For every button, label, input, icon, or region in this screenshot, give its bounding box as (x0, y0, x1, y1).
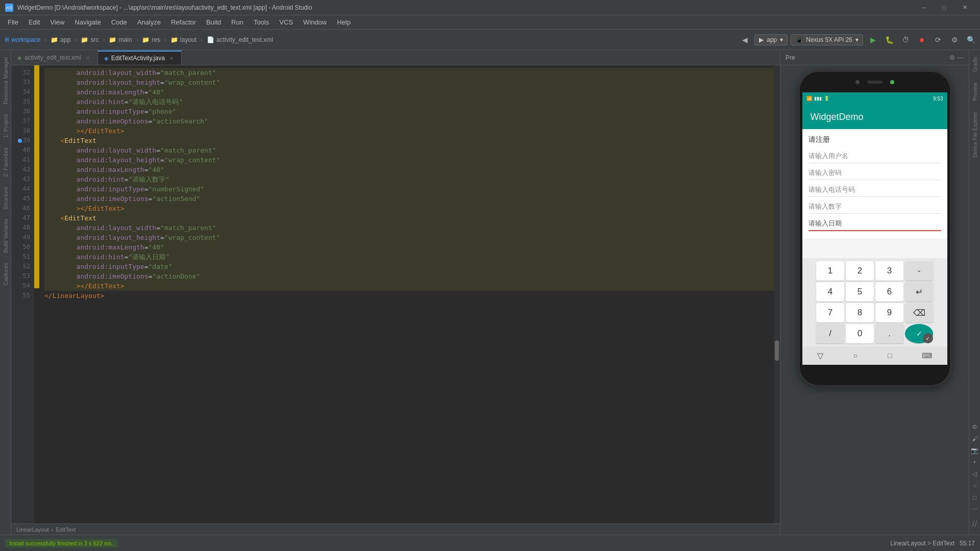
sidebar-item-structure[interactable]: Structure (2, 183, 10, 214)
right-camera-icon[interactable]: 📷 (970, 446, 979, 455)
nav-keyboard[interactable]: ⌨ (922, 352, 932, 360)
code-line-52: android:inputType="date" (44, 262, 774, 271)
main-label: main (118, 36, 132, 43)
menu-file[interactable]: File (3, 16, 23, 28)
phone-field-number[interactable]: 请输入数字 (808, 200, 941, 214)
profile-button[interactable]: ⏱ (899, 33, 912, 46)
close-button[interactable]: ✕ (954, 0, 975, 15)
key-slash[interactable]: / (816, 324, 844, 343)
key-4[interactable]: 4 (816, 282, 844, 302)
right-rect-icon[interactable]: □ (970, 493, 979, 502)
key-5[interactable]: 5 (846, 282, 874, 302)
right-settings-icon[interactable]: ⚙ (970, 422, 979, 432)
phone-app-title: WidgetDemo (811, 112, 864, 122)
preview-settings-icon[interactable]: ⚙ (949, 54, 955, 61)
phone-field-password[interactable]: 请输入密码 (808, 166, 941, 180)
nav-home[interactable]: ○ (853, 352, 857, 360)
key-2[interactable]: 2 (846, 261, 874, 281)
toolbar-right: ◀ ▶ app ▾ 📱 Nexus 5X API 26 ▾ ▶ 🐛 ⏱ ■ ⟳ … (738, 33, 977, 46)
breadcrumb-workspace[interactable]: ⊞ workspace (3, 35, 42, 44)
code-line-38: ></EditText> (44, 126, 774, 136)
right-circle-icon[interactable]: ○ (970, 481, 979, 490)
menu-run[interactable]: Run (226, 16, 249, 28)
minimize-button[interactable]: ─ (914, 0, 934, 15)
run-button[interactable]: ▶ (866, 33, 879, 46)
device-dropdown[interactable]: 📱 Nexus 5X API 26 ▾ (791, 34, 863, 45)
sidebar-item-device-file-explorer[interactable]: Device File Explorer (970, 108, 979, 161)
key-1[interactable]: 1 (816, 261, 844, 281)
keyboard-row-3: 7 8 9 ⌫ (805, 303, 944, 322)
breadcrumb-file[interactable]: 📄 activity_edit_text.xml (205, 35, 275, 44)
phone-field-username[interactable]: 请输入用户名 (808, 149, 941, 163)
key-3[interactable]: 3 (875, 261, 903, 281)
sidebar-item-preview[interactable]: Preview (970, 79, 979, 105)
key-0[interactable]: 0 (846, 324, 874, 343)
key-7[interactable]: 7 (816, 303, 844, 322)
breadcrumb-sep-1: › (44, 36, 46, 43)
key-6[interactable]: 6 (875, 282, 903, 302)
sync-button[interactable]: ⟳ (932, 33, 945, 46)
run-config-dropdown[interactable]: ▶ app ▾ (754, 34, 788, 45)
menu-tools[interactable]: Tools (249, 16, 274, 28)
stop-button[interactable]: ■ (915, 33, 928, 46)
breadcrumb-app[interactable]: 📁 app (48, 35, 72, 44)
right-paint-icon[interactable]: 🖌 (970, 434, 979, 443)
menu-vcs[interactable]: VCS (274, 16, 298, 28)
sidebar-item-resource-manager[interactable]: Resource Manager (2, 53, 10, 109)
sidebar-item-project[interactable]: 1: Project (2, 110, 10, 142)
right-more-icon[interactable]: ⋯ (970, 505, 979, 514)
tab-java[interactable]: ◈ EditTextActivity.java ✕ (98, 51, 182, 65)
menu-analyze[interactable]: Analyze (132, 16, 166, 28)
settings-button[interactable]: ⚙ (948, 33, 961, 46)
phone-field-phone[interactable]: 请输入电话号码 (808, 183, 941, 197)
breadcrumb-main[interactable]: 📁 main (107, 35, 134, 44)
menu-window[interactable]: Window (298, 16, 332, 28)
menu-code[interactable]: Code (106, 16, 132, 28)
java-tab-close[interactable]: ✕ (168, 55, 175, 62)
breadcrumb-layout[interactable]: 📁 layout (168, 35, 199, 44)
key-enter[interactable]: ↵ (905, 282, 933, 302)
menu-navigate[interactable]: Navigate (69, 16, 106, 28)
key-done[interactable]: ✓ ↙ (905, 324, 933, 343)
app-icon: AS (5, 4, 13, 12)
maximize-button[interactable]: □ (934, 0, 954, 15)
key-9[interactable]: 9 (875, 303, 903, 322)
code-content[interactable]: android:layout_width="match_parent" andr… (39, 65, 774, 523)
phone-keyboard: 1 2 3 - 4 5 6 ↵ (802, 258, 947, 346)
back-button[interactable]: ◀ (738, 33, 751, 46)
preview-collapse-icon[interactable]: — (958, 54, 964, 61)
key-8[interactable]: 8 (846, 303, 874, 322)
sidebar-item-favorites[interactable]: 2: Favorites (2, 143, 10, 181)
status-message: Install successfully finished in 3 s 622… (9, 540, 113, 546)
xml-tab-label: activity_edit_text.xml (24, 54, 81, 61)
menu-help[interactable]: Help (332, 16, 356, 28)
src-label: src (90, 36, 99, 43)
phone-speaker (867, 81, 883, 84)
debug-button[interactable]: 🐛 (883, 33, 896, 46)
menu-view[interactable]: View (45, 16, 69, 28)
sidebar-item-captures[interactable]: Captures (2, 259, 10, 290)
key-dot[interactable]: . (875, 324, 903, 343)
vertical-scrollbar[interactable] (774, 65, 780, 523)
menu-refactor[interactable]: Refactor (166, 16, 201, 28)
right-back-icon[interactable]: ◁ (970, 469, 979, 479)
xml-tab-close[interactable]: ✕ (84, 54, 91, 61)
breadcrumb-res[interactable]: 📁 res (140, 35, 162, 44)
menu-edit[interactable]: Edit (23, 16, 45, 28)
key-dash[interactable]: - (905, 261, 933, 281)
key-backspace[interactable]: ⌫ (905, 303, 933, 322)
sidebar-item-gradle[interactable]: Gradle (970, 53, 979, 76)
search-button[interactable]: 🔍 (964, 33, 977, 46)
sidebar-item-build-variants[interactable]: Build Variants (2, 215, 10, 257)
menu-build[interactable]: Build (201, 16, 226, 28)
code-editor[interactable]: 32 33 34 35 36 37 38 39 40 41 42 43 44 4… (11, 65, 780, 523)
breadcrumb-src[interactable]: 📁 src (79, 35, 101, 44)
phone-led (890, 80, 894, 84)
scrollbar-thumb[interactable] (775, 340, 779, 361)
right-drag-handle[interactable]: // (972, 519, 977, 530)
tab-xml[interactable]: ◈ activity_edit_text.xml ✕ (11, 51, 98, 65)
right-zoom-in-icon[interactable]: + (970, 458, 979, 467)
nav-recent[interactable]: □ (888, 352, 892, 360)
phone-field-date[interactable]: 请输入日期 (808, 217, 941, 231)
nav-back[interactable]: ▽ (817, 351, 823, 361)
